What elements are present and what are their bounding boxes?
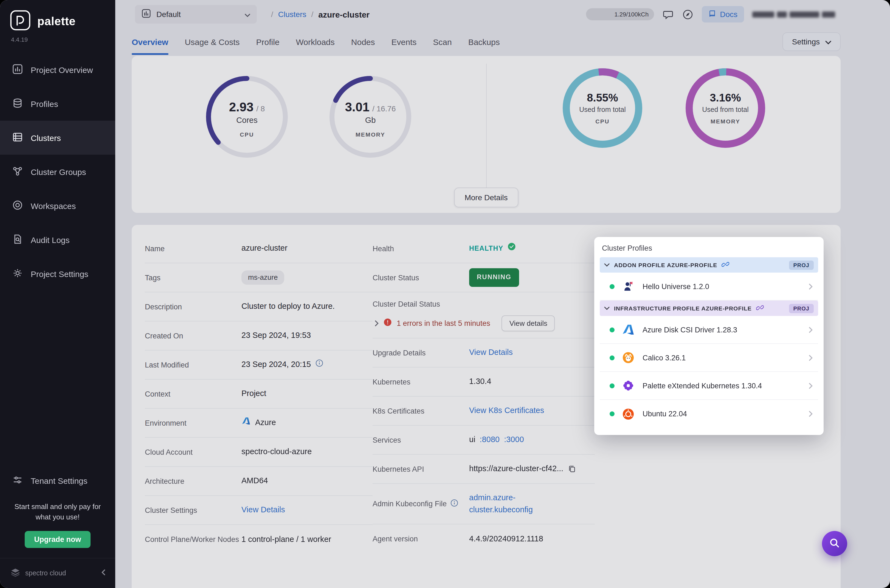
infrastructure-profile-header[interactable]: INFRASTRUCTURE PROFILE AZURE-PROFILE PRO… [600, 301, 818, 316]
link-icon [756, 304, 764, 313]
profile-pack-azure-disk-csi[interactable]: Azure Disk CSI Driver 1.28.3 [600, 316, 818, 344]
memory-gauge-label: MEMORY [356, 131, 385, 137]
footer-brand-label: spectro cloud [25, 569, 66, 577]
sidebar-item-project-settings[interactable]: Project Settings [0, 257, 115, 291]
check-circle-icon [508, 243, 516, 254]
cpu-used-value: 2.93 [229, 99, 254, 114]
breadcrumb-current: azure-cluster [318, 10, 369, 19]
user-menu[interactable] [752, 11, 835, 17]
cpu-unit: Cores [236, 116, 257, 124]
memory-used-percent: 3.16% [710, 92, 741, 104]
copy-icon[interactable] [567, 465, 576, 473]
tab-events[interactable]: Events [392, 28, 417, 55]
project-selector[interactable]: Default [135, 5, 257, 24]
more-details-button[interactable]: More Details [454, 188, 518, 207]
status-dot-green [609, 411, 615, 416]
detail-row-nodes: Control Plane/Worker Nodes 1 control-pla… [145, 525, 372, 554]
sidebar-item-label: Audit Logs [31, 235, 70, 244]
cpu-gauge-label: CPU [240, 131, 254, 137]
detail-row-agent-version: Agent version 4.4.9/20240912.1118 [372, 524, 595, 554]
spectro-cloud-logo-icon [10, 567, 21, 579]
detail-row-description: Description Cluster to deploy to Azure. [145, 292, 372, 321]
palette-logo-icon [10, 10, 31, 33]
detail-row-kubernetes-api: Kubernetes API https://azure-cluster-cf4… [372, 455, 595, 484]
running-status-badge: RUNNING [469, 268, 519, 287]
memory-usage-donut: 3.16% Used from total MEMORY [683, 66, 768, 150]
tab-workloads[interactable]: Workloads [296, 28, 335, 55]
topbar: Default / Clusters / azure-cluster 1.29/… [115, 0, 890, 28]
info-icon[interactable] [315, 359, 323, 370]
profile-pack-calico[interactable]: Calico 3.26.1 [600, 344, 818, 372]
chart-icon [12, 63, 23, 76]
info-icon[interactable] [450, 499, 458, 508]
chat-button[interactable] [662, 9, 674, 20]
cluster-settings-link[interactable]: View Details [242, 504, 285, 516]
app-window: palette 4.4.19 Project Overview Profiles… [0, 0, 890, 588]
cluster-profiles-popup: Cluster Profiles ADDON PROFILE AZURE-PRO… [594, 237, 824, 435]
chevron-right-icon[interactable] [375, 320, 378, 326]
service-port-link[interactable]: :3000 [504, 434, 524, 446]
detail-row-cluster-status: Cluster Status RUNNING [372, 263, 595, 292]
link-icon [722, 261, 729, 269]
memory-used-value: 3.01 [345, 99, 369, 114]
detail-row-architecture: Architecture AMD64 [145, 467, 372, 496]
service-port-link[interactable]: :8080 [480, 434, 500, 446]
breadcrumb-clusters-link[interactable]: Clusters [278, 10, 306, 19]
view-error-details-button[interactable]: View details [502, 315, 555, 331]
tab-scan[interactable]: Scan [433, 28, 452, 55]
sidebar-item-cluster-groups[interactable]: Cluster Groups [0, 154, 115, 189]
cluster-name-value: azure-cluster [242, 243, 288, 254]
kubeconfig-link[interactable]: admin.azure-cluster.kubeconfig [469, 492, 546, 515]
profile-pack-hello-universe[interactable]: Hello Universe 1.2.0 [600, 273, 818, 301]
sidebar-item-label: Workspaces [31, 201, 76, 210]
tab-overview[interactable]: Overview [132, 28, 168, 55]
tab-usage-costs[interactable]: Usage & Costs [185, 28, 240, 55]
status-dot-green [609, 355, 615, 360]
docs-label: Docs [720, 10, 737, 19]
pack-name: Palette eXtended Kubernetes 1.30.4 [642, 381, 762, 390]
tab-backups[interactable]: Backups [468, 28, 500, 55]
gear-icon [12, 267, 23, 280]
calico-icon [622, 351, 635, 364]
settings-button[interactable]: Settings [783, 32, 840, 51]
health-status: HEALTHY [469, 243, 503, 254]
details-left-column: Name azure-cluster Tags ms-azure Descrip… [145, 234, 372, 588]
profile-pack-ubuntu[interactable]: Ubuntu 22.04 [600, 400, 818, 428]
docs-button[interactable]: Docs [702, 6, 744, 22]
project-name: Default [156, 10, 181, 19]
chevron-down-icon[interactable] [604, 307, 609, 310]
addon-profile-header[interactable]: ADDON PROFILE AZURE-PROFILE PROJ [600, 257, 818, 273]
ubuntu-icon [622, 407, 635, 420]
sidebar-item-profiles[interactable]: Profiles [0, 87, 115, 121]
chevron-down-icon[interactable] [604, 263, 609, 267]
main-content: Default / Clusters / azure-cluster 1.29/… [115, 0, 890, 588]
detail-row-context: Context Project [145, 380, 372, 409]
detail-row-tags: Tags ms-azure [145, 263, 372, 292]
sidebar-item-clusters[interactable]: Clusters [0, 121, 115, 154]
pack-name: Calico 3.26.1 [642, 354, 686, 362]
sidebar-item-tenant-settings[interactable]: Tenant Settings [0, 464, 115, 498]
k8s-certificates-link[interactable]: View K8s Certificates [469, 405, 544, 417]
sidebar-item-project-overview[interactable]: Project Overview [0, 52, 115, 87]
tab-nodes[interactable]: Nodes [351, 28, 375, 55]
usage-meter: 1.29/100kCh [586, 8, 654, 20]
cpu-donut-caption: Used from total [579, 106, 626, 114]
profile-pack-pxk[interactable]: Palette eXtended Kubernetes 1.30.4 [600, 372, 818, 400]
sidebar-item-audit-logs[interactable]: Audit Logs [0, 223, 115, 257]
sidebar-item-label: Project Settings [31, 269, 89, 278]
compass-button[interactable] [682, 9, 693, 20]
detail-row-kubeconfig: Admin Kubeconfig File admin.azure-cluste… [372, 484, 595, 524]
tab-profile[interactable]: Profile [256, 28, 279, 55]
service-name: ui [469, 434, 476, 446]
detail-row-health: Health HEALTHY [372, 234, 595, 263]
status-dot-green [609, 327, 615, 332]
brand: palette [0, 0, 115, 34]
breadcrumb-separator: / [271, 10, 273, 19]
sidebar-item-workspaces[interactable]: Workspaces [0, 189, 115, 223]
assistant-search-fab[interactable] [822, 531, 847, 556]
sidebar-collapse-button[interactable] [102, 569, 105, 577]
upgrade-now-button[interactable]: Upgrade now [25, 531, 90, 548]
status-dot-green [609, 284, 615, 289]
upgrade-details-link[interactable]: View Details [469, 347, 513, 358]
scope-badge: PROJ [789, 304, 814, 313]
